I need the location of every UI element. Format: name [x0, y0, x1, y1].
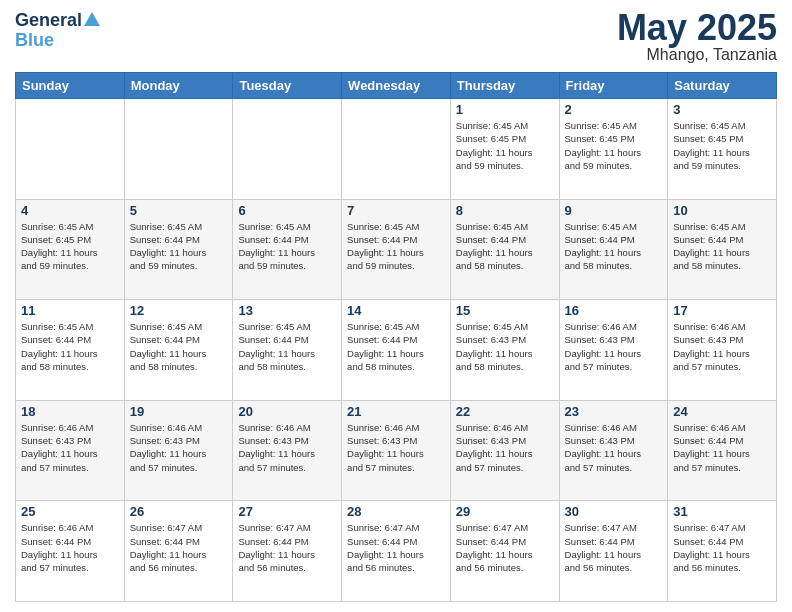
- day-info: Sunrise: 6:45 AM Sunset: 6:44 PM Dayligh…: [238, 220, 336, 273]
- header-row: Sunday Monday Tuesday Wednesday Thursday…: [16, 73, 777, 99]
- day-number: 30: [565, 504, 663, 519]
- col-monday: Monday: [124, 73, 233, 99]
- day-cell: 31Sunrise: 6:47 AM Sunset: 6:44 PM Dayli…: [668, 501, 777, 602]
- day-number: 28: [347, 504, 445, 519]
- day-info: Sunrise: 6:45 AM Sunset: 6:44 PM Dayligh…: [456, 220, 554, 273]
- day-number: 21: [347, 404, 445, 419]
- day-number: 3: [673, 102, 771, 117]
- day-cell: 22Sunrise: 6:46 AM Sunset: 6:43 PM Dayli…: [450, 400, 559, 501]
- day-cell: 19Sunrise: 6:46 AM Sunset: 6:43 PM Dayli…: [124, 400, 233, 501]
- day-info: Sunrise: 6:47 AM Sunset: 6:44 PM Dayligh…: [238, 521, 336, 574]
- day-number: 8: [456, 203, 554, 218]
- day-cell: 12Sunrise: 6:45 AM Sunset: 6:44 PM Dayli…: [124, 300, 233, 401]
- day-cell: 6Sunrise: 6:45 AM Sunset: 6:44 PM Daylig…: [233, 199, 342, 300]
- logo-blue: Blue: [15, 30, 54, 51]
- day-cell: [124, 99, 233, 200]
- col-thursday: Thursday: [450, 73, 559, 99]
- day-number: 29: [456, 504, 554, 519]
- day-cell: 13Sunrise: 6:45 AM Sunset: 6:44 PM Dayli…: [233, 300, 342, 401]
- day-info: Sunrise: 6:46 AM Sunset: 6:43 PM Dayligh…: [456, 421, 554, 474]
- day-info: Sunrise: 6:47 AM Sunset: 6:44 PM Dayligh…: [673, 521, 771, 574]
- day-cell: 15Sunrise: 6:45 AM Sunset: 6:43 PM Dayli…: [450, 300, 559, 401]
- day-cell: 8Sunrise: 6:45 AM Sunset: 6:44 PM Daylig…: [450, 199, 559, 300]
- day-number: 16: [565, 303, 663, 318]
- day-info: Sunrise: 6:45 AM Sunset: 6:44 PM Dayligh…: [347, 220, 445, 273]
- col-wednesday: Wednesday: [342, 73, 451, 99]
- header: General Blue May 2025 Mhango, Tanzania: [15, 10, 777, 64]
- day-number: 2: [565, 102, 663, 117]
- day-cell: 27Sunrise: 6:47 AM Sunset: 6:44 PM Dayli…: [233, 501, 342, 602]
- day-info: Sunrise: 6:45 AM Sunset: 6:44 PM Dayligh…: [673, 220, 771, 273]
- day-number: 22: [456, 404, 554, 419]
- day-cell: 2Sunrise: 6:45 AM Sunset: 6:45 PM Daylig…: [559, 99, 668, 200]
- day-cell: 25Sunrise: 6:46 AM Sunset: 6:44 PM Dayli…: [16, 501, 125, 602]
- day-cell: [342, 99, 451, 200]
- day-info: Sunrise: 6:45 AM Sunset: 6:44 PM Dayligh…: [238, 320, 336, 373]
- day-cell: 24Sunrise: 6:46 AM Sunset: 6:44 PM Dayli…: [668, 400, 777, 501]
- col-saturday: Saturday: [668, 73, 777, 99]
- day-info: Sunrise: 6:45 AM Sunset: 6:45 PM Dayligh…: [565, 119, 663, 172]
- day-info: Sunrise: 6:46 AM Sunset: 6:43 PM Dayligh…: [238, 421, 336, 474]
- day-cell: 21Sunrise: 6:46 AM Sunset: 6:43 PM Dayli…: [342, 400, 451, 501]
- day-number: 25: [21, 504, 119, 519]
- day-info: Sunrise: 6:46 AM Sunset: 6:44 PM Dayligh…: [21, 521, 119, 574]
- day-cell: 16Sunrise: 6:46 AM Sunset: 6:43 PM Dayli…: [559, 300, 668, 401]
- calendar-body: 1Sunrise: 6:45 AM Sunset: 6:45 PM Daylig…: [16, 99, 777, 602]
- day-cell: [16, 99, 125, 200]
- day-cell: 7Sunrise: 6:45 AM Sunset: 6:44 PM Daylig…: [342, 199, 451, 300]
- day-cell: 23Sunrise: 6:46 AM Sunset: 6:43 PM Dayli…: [559, 400, 668, 501]
- day-number: 14: [347, 303, 445, 318]
- day-info: Sunrise: 6:47 AM Sunset: 6:44 PM Dayligh…: [130, 521, 228, 574]
- day-number: 27: [238, 504, 336, 519]
- day-number: 11: [21, 303, 119, 318]
- day-info: Sunrise: 6:46 AM Sunset: 6:43 PM Dayligh…: [130, 421, 228, 474]
- day-cell: 26Sunrise: 6:47 AM Sunset: 6:44 PM Dayli…: [124, 501, 233, 602]
- day-number: 7: [347, 203, 445, 218]
- day-number: 5: [130, 203, 228, 218]
- week-row-4: 18Sunrise: 6:46 AM Sunset: 6:43 PM Dayli…: [16, 400, 777, 501]
- day-cell: 10Sunrise: 6:45 AM Sunset: 6:44 PM Dayli…: [668, 199, 777, 300]
- day-cell: 3Sunrise: 6:45 AM Sunset: 6:45 PM Daylig…: [668, 99, 777, 200]
- day-info: Sunrise: 6:46 AM Sunset: 6:44 PM Dayligh…: [673, 421, 771, 474]
- logo-general: General: [15, 11, 82, 29]
- day-info: Sunrise: 6:45 AM Sunset: 6:44 PM Dayligh…: [565, 220, 663, 273]
- svg-marker-0: [84, 12, 100, 26]
- day-cell: 28Sunrise: 6:47 AM Sunset: 6:44 PM Dayli…: [342, 501, 451, 602]
- day-number: 13: [238, 303, 336, 318]
- week-row-2: 4Sunrise: 6:45 AM Sunset: 6:45 PM Daylig…: [16, 199, 777, 300]
- calendar-table: Sunday Monday Tuesday Wednesday Thursday…: [15, 72, 777, 602]
- day-number: 12: [130, 303, 228, 318]
- day-number: 6: [238, 203, 336, 218]
- logo: General Blue: [15, 10, 102, 51]
- day-info: Sunrise: 6:45 AM Sunset: 6:44 PM Dayligh…: [21, 320, 119, 373]
- day-info: Sunrise: 6:45 AM Sunset: 6:45 PM Dayligh…: [673, 119, 771, 172]
- day-cell: 29Sunrise: 6:47 AM Sunset: 6:44 PM Dayli…: [450, 501, 559, 602]
- day-info: Sunrise: 6:47 AM Sunset: 6:44 PM Dayligh…: [456, 521, 554, 574]
- day-number: 4: [21, 203, 119, 218]
- day-number: 20: [238, 404, 336, 419]
- day-info: Sunrise: 6:45 AM Sunset: 6:45 PM Dayligh…: [21, 220, 119, 273]
- page: General Blue May 2025 Mhango, Tanzania S…: [0, 0, 792, 612]
- week-row-5: 25Sunrise: 6:46 AM Sunset: 6:44 PM Dayli…: [16, 501, 777, 602]
- day-number: 18: [21, 404, 119, 419]
- day-cell: 4Sunrise: 6:45 AM Sunset: 6:45 PM Daylig…: [16, 199, 125, 300]
- day-number: 1: [456, 102, 554, 117]
- day-number: 31: [673, 504, 771, 519]
- calendar-header: Sunday Monday Tuesday Wednesday Thursday…: [16, 73, 777, 99]
- day-number: 9: [565, 203, 663, 218]
- col-tuesday: Tuesday: [233, 73, 342, 99]
- day-info: Sunrise: 6:45 AM Sunset: 6:44 PM Dayligh…: [130, 220, 228, 273]
- day-info: Sunrise: 6:46 AM Sunset: 6:43 PM Dayligh…: [21, 421, 119, 474]
- day-info: Sunrise: 6:45 AM Sunset: 6:44 PM Dayligh…: [130, 320, 228, 373]
- day-cell: 20Sunrise: 6:46 AM Sunset: 6:43 PM Dayli…: [233, 400, 342, 501]
- day-cell: 17Sunrise: 6:46 AM Sunset: 6:43 PM Dayli…: [668, 300, 777, 401]
- day-cell: 9Sunrise: 6:45 AM Sunset: 6:44 PM Daylig…: [559, 199, 668, 300]
- month-title: May 2025: [617, 10, 777, 46]
- day-cell: 1Sunrise: 6:45 AM Sunset: 6:45 PM Daylig…: [450, 99, 559, 200]
- day-cell: 14Sunrise: 6:45 AM Sunset: 6:44 PM Dayli…: [342, 300, 451, 401]
- day-info: Sunrise: 6:47 AM Sunset: 6:44 PM Dayligh…: [347, 521, 445, 574]
- col-sunday: Sunday: [16, 73, 125, 99]
- day-info: Sunrise: 6:46 AM Sunset: 6:43 PM Dayligh…: [673, 320, 771, 373]
- day-info: Sunrise: 6:47 AM Sunset: 6:44 PM Dayligh…: [565, 521, 663, 574]
- week-row-3: 11Sunrise: 6:45 AM Sunset: 6:44 PM Dayli…: [16, 300, 777, 401]
